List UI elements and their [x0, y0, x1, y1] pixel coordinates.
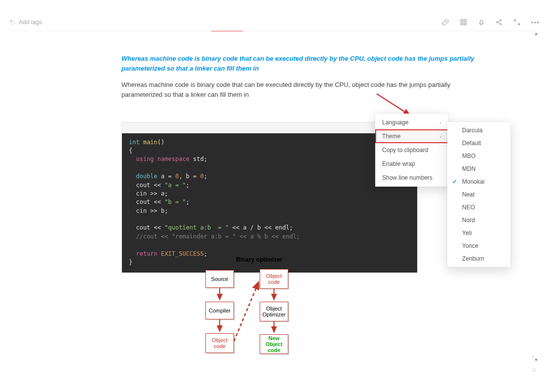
body-paragraph: Whereas machine code is binary code that…: [121, 80, 484, 100]
scroll-up-button[interactable]: ▲: [533, 30, 539, 37]
stray-highlight: [211, 31, 243, 32]
code-block-body[interactable]: int main() { using namespace std; double…: [122, 133, 417, 273]
menu-item-label: Language: [382, 119, 408, 126]
chevron-right-icon: ›: [440, 120, 441, 125]
svg-point-7: [500, 24, 502, 25]
share-icon: [495, 18, 503, 26]
more-actions-button[interactable]: [530, 18, 539, 27]
attachment-button[interactable]: [441, 18, 450, 27]
menu-item-label: Theme: [382, 133, 400, 140]
menu-item-label: Enable wrap: [382, 160, 415, 167]
template-button[interactable]: [459, 18, 468, 27]
chevron-right-icon: ›: [440, 134, 441, 139]
grid-icon: [460, 18, 468, 26]
tag-icon: [9, 19, 16, 26]
menu-item-wrap[interactable]: Enable wrap: [375, 157, 448, 171]
theme-option[interactable]: Default: [447, 137, 518, 150]
code-block: C# int main() { using namespace std; dou…: [121, 122, 418, 274]
note-body-viewport: Whereas machine code is binary code that…: [9, 31, 539, 378]
menu-item-copy[interactable]: Copy to clipboard: [375, 143, 448, 157]
svg-rect-1: [461, 20, 463, 22]
diagram-box-object-code-right: Object code: [260, 269, 288, 289]
theme-option[interactable]: Yonce: [447, 239, 518, 252]
menu-item-theme[interactable]: Theme›: [375, 129, 448, 143]
code-block-menu: Language› Theme› Copy to clipboard Enabl…: [375, 114, 448, 187]
vertical-scrollbar[interactable]: ▲ ▼: [533, 30, 539, 378]
diagram-box-compiler: Compiler: [205, 302, 234, 319]
add-tags-button[interactable]: Add tags: [9, 19, 42, 26]
theme-option[interactable]: Monokai: [447, 175, 518, 188]
diagram-title: Binary optimizer: [202, 256, 316, 263]
expand-button[interactable]: [512, 18, 521, 27]
menu-item-line-numbers[interactable]: Show line numbers: [375, 171, 448, 185]
code-block-header: C#: [122, 122, 417, 133]
theme-option[interactable]: MBO: [447, 150, 518, 162]
chevron-up-icon: ▲: [534, 31, 539, 36]
scroll-to-top-button[interactable]: ↑: [528, 353, 537, 361]
svg-rect-2: [464, 20, 466, 22]
svg-point-0: [11, 21, 12, 22]
add-tags-label: Add tags: [19, 19, 42, 26]
svg-point-5: [497, 22, 498, 23]
diagram-box-source: Source: [205, 270, 234, 288]
theme-option[interactable]: MDN: [447, 162, 518, 175]
menu-item-language[interactable]: Language›: [375, 116, 448, 129]
diagram-box-object-code-left: Object code: [205, 333, 234, 353]
theme-submenu: DarculaDefaultMBOMDNMonokaiNeatNEONordYe…: [447, 122, 510, 267]
diagram-box-object-optimizer: Object Optimizer: [260, 302, 288, 321]
diagram-box-new-object-code: New Object code: [260, 334, 288, 354]
emphasized-quote: Whereas machine code is binary code that…: [121, 54, 484, 74]
svg-line-13: [234, 282, 259, 341]
theme-option[interactable]: Nord: [447, 214, 518, 227]
menu-item-label: Copy to clipboard: [382, 147, 428, 154]
svg-rect-3: [461, 23, 463, 25]
theme-option[interactable]: Neat: [447, 188, 518, 201]
emoji-picker-button[interactable]: ☺: [531, 366, 537, 373]
svg-rect-4: [464, 23, 466, 25]
note-toolbar: Add tags: [9, 14, 539, 31]
theme-option[interactable]: Darcula: [447, 124, 518, 137]
theme-option[interactable]: NEO: [447, 201, 518, 214]
theme-option[interactable]: Zenburn: [447, 252, 518, 265]
menu-item-label: Show line numbers: [382, 174, 432, 181]
paperclip-icon: [442, 18, 450, 26]
theme-option[interactable]: Yeti: [447, 227, 518, 239]
share-button[interactable]: [495, 18, 504, 27]
more-horizontal-icon: [531, 22, 539, 23]
reminder-button[interactable]: [477, 18, 486, 27]
svg-point-6: [500, 20, 502, 21]
expand-icon: [513, 18, 521, 26]
bell-icon: [477, 18, 485, 26]
